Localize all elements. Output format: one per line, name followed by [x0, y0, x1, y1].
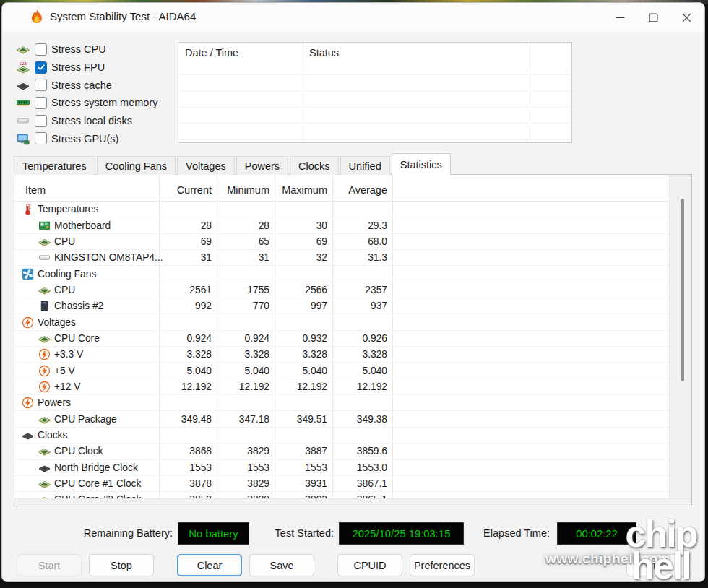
stats-row[interactable]: +12 V12.19212.19212.19212.192 — [14, 379, 670, 395]
stats-value-current: 31 — [159, 250, 217, 265]
tab-unified[interactable]: Unified — [340, 156, 390, 175]
stop-button[interactable]: Stop — [89, 554, 154, 576]
checkbox-stress-memory[interactable] — [35, 97, 47, 109]
tab-clocks[interactable]: Clocks — [290, 156, 339, 175]
cpuid-button[interactable]: CPUID — [337, 554, 402, 576]
stats-row-label: CPU Package — [54, 414, 117, 425]
stats-value-maximum: 12.192 — [275, 379, 332, 394]
elapsed-time-label: Elapsed Time: — [480, 527, 550, 539]
tab-temperatures[interactable]: Temperatures — [14, 156, 95, 175]
tab-cooling-fans[interactable]: Cooling Fans — [97, 156, 176, 175]
stats-row[interactable]: Clocks — [14, 428, 670, 444]
stats-row[interactable]: +3.3 V3.3283.3283.3283.328 — [14, 347, 670, 363]
cpu-icon — [38, 332, 51, 345]
stats-row[interactable]: Cooling Fans — [14, 266, 670, 282]
checkbox-stress-disks[interactable] — [35, 115, 47, 127]
bolt-icon — [22, 316, 35, 329]
thermometer-icon — [22, 203, 35, 215]
titlebar[interactable]: System Stability Test - AIDA64 — [2, 3, 704, 32]
memory-icon — [15, 96, 31, 109]
stats-value-current: 1553 — [159, 460, 217, 475]
checkbox-stress-gpu[interactable] — [35, 132, 47, 144]
column-header-item[interactable]: Item — [25, 184, 46, 196]
save-button[interactable]: Save — [249, 554, 314, 576]
log-column-status[interactable]: Status — [309, 47, 339, 59]
stats-value-average: 3859.6 — [332, 444, 392, 459]
fan-icon — [22, 268, 35, 280]
stats-row[interactable]: Temperatures — [14, 202, 670, 217]
log-column-date-time[interactable]: Date / Time — [185, 47, 238, 59]
stats-value-maximum: 30 — [275, 217, 332, 233]
stats-row-label: Motherboard — [54, 220, 111, 231]
stats-value-maximum — [275, 395, 332, 410]
checkbox-stress-cpu[interactable] — [35, 43, 47, 56]
cache-icon — [22, 429, 35, 441]
stats-row-label: Cooling Fans — [38, 269, 96, 280]
tab-statistics[interactable]: Statistics — [392, 153, 451, 175]
stats-row[interactable]: +5 V5.0405.0405.0405.040 — [14, 363, 670, 379]
stats-value-average — [332, 266, 392, 281]
column-header-minimum[interactable]: Minimum — [217, 184, 275, 196]
stats-value-current — [159, 266, 217, 281]
vertical-scrollbar[interactable] — [669, 175, 691, 498]
stats-row[interactable]: CPU Core0.9240.9240.9320.926 — [14, 331, 670, 347]
preferences-button[interactable]: Preferences — [410, 554, 475, 576]
cpu-icon — [38, 413, 51, 425]
motherboard-icon — [38, 220, 51, 232]
stats-row[interactable]: Voltages — [14, 314, 670, 330]
window-controls — [603, 3, 703, 32]
stats-row[interactable]: CPU Core #1 Clock3878382939313867.1 — [14, 476, 670, 492]
stats-value-maximum — [275, 314, 332, 329]
stats-value-minimum: 1553 — [217, 460, 275, 475]
cpu-icon — [38, 477, 51, 490]
stats-row-label: +5 V — [54, 366, 75, 376]
stats-row-label: CPU — [54, 285, 75, 295]
checkbox-stress-fpu[interactable] — [35, 61, 47, 74]
stats-row[interactable]: KINGSTON OM8TAP4...31313231.3 — [14, 250, 670, 266]
close-window-button[interactable] — [670, 3, 703, 32]
stats-row[interactable]: CPU69656968.0 — [14, 234, 670, 250]
stats-value-average: 2357 — [332, 282, 392, 298]
stats-row[interactable]: CPU Package349.48347.18349.51349.38 — [14, 411, 670, 427]
stats-value-maximum: 3.328 — [275, 347, 332, 362]
column-header-current[interactable]: Current — [159, 184, 217, 196]
stats-row[interactable]: CPU2561175525662357 — [14, 282, 670, 298]
svg-text:123: 123 — [20, 61, 27, 66]
stats-value-average: 12.192 — [332, 379, 392, 394]
tab-voltages[interactable]: Voltages — [177, 156, 235, 175]
stats-value-minimum: 3.328 — [217, 347, 275, 362]
stats-value-current: 3853 — [159, 492, 217, 498]
stats-row[interactable]: CPU Clock3868382938873859.6 — [14, 444, 670, 459]
stats-row[interactable]: Chassis #2992770997937 — [14, 298, 670, 314]
stats-value-current: 349.48 — [159, 411, 217, 426]
stats-value-average: 349.38 — [332, 411, 392, 426]
stats-value-minimum: 770 — [217, 298, 275, 314]
stats-value-average: 31.3 — [332, 250, 392, 265]
disk-icon — [15, 114, 31, 127]
stats-value-average: 0.926 — [332, 331, 392, 346]
scrollbar-thumb[interactable] — [681, 199, 684, 381]
stats-value-current: 3.328 — [159, 347, 217, 362]
horizontal-scrollbar[interactable] — [14, 498, 691, 506]
start-button[interactable]: Start — [17, 554, 82, 576]
maximize-button[interactable] — [636, 3, 670, 32]
column-header-average[interactable]: Average — [332, 184, 392, 196]
stats-row[interactable]: North Bridge Clock1553155315531553.0 — [14, 460, 670, 476]
checkbox-stress-cache[interactable] — [35, 79, 47, 91]
stress-option-stress-disks: Stress local disks — [15, 112, 174, 130]
clear-button[interactable]: Clear — [177, 554, 242, 576]
stats-value-maximum: 0.932 — [275, 331, 332, 346]
close-button[interactable]: Close — [626, 554, 691, 576]
stats-row[interactable]: Motherboard28283029.3 — [14, 217, 670, 233]
column-header-maximum[interactable]: Maximum — [275, 184, 332, 196]
stats-row[interactable]: CPU Core #2 Clock3853383939023865.1 — [14, 492, 670, 498]
minimize-button[interactable] — [603, 3, 636, 32]
stats-value-current — [159, 428, 217, 443]
bolt-icon — [22, 397, 35, 409]
statistics-panel: Item Current Minimum Maximum Average Tem… — [14, 174, 692, 506]
tab-powers[interactable]: Powers — [236, 156, 288, 175]
stats-value-minimum: 5.040 — [217, 363, 275, 378]
stats-value-minimum: 12.192 — [217, 379, 275, 394]
stats-value-minimum: 28 — [217, 217, 275, 233]
stats-row[interactable]: Powers — [14, 395, 670, 411]
